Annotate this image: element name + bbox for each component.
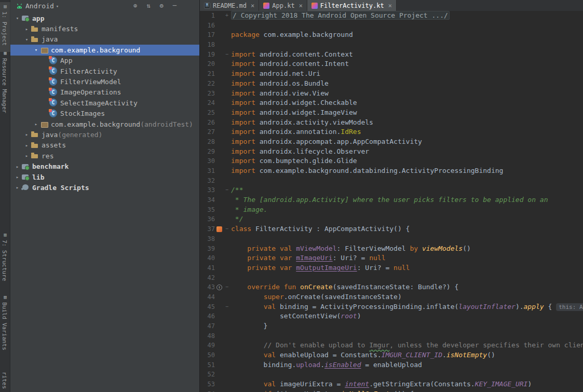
code-line-42[interactable]: 42 bbox=[200, 273, 583, 283]
code-line-35[interactable]: 35 * image. bbox=[200, 205, 583, 215]
tree-item-benchmark[interactable]: ▸benchmark bbox=[10, 161, 199, 171]
fold-marker-icon[interactable]: − bbox=[224, 282, 230, 292]
token: com.bumptech.glide.Glide bbox=[255, 157, 357, 165]
tab-app-kt[interactable]: App.kt× bbox=[259, 0, 307, 11]
stripe-button-7-structure[interactable]: ▥7: Structure bbox=[0, 231, 10, 239]
chevron-right-icon[interactable]: ▸ bbox=[23, 153, 31, 158]
code-line-48[interactable]: 48 bbox=[200, 331, 583, 341]
code-line-27[interactable]: 27import androidx.annotation.IdRes bbox=[200, 127, 583, 137]
tree-item-app[interactable]: App bbox=[10, 56, 199, 66]
chevron-down-icon[interactable]: ▾ bbox=[56, 4, 59, 9]
stripe-button-1-project[interactable]: ▤1: Project bbox=[0, 2, 10, 52]
tree-item-lib[interactable]: ▸lib bbox=[10, 172, 199, 182]
code-line-36[interactable]: 36 */ bbox=[200, 214, 583, 224]
fold-marker-icon[interactable]: + bbox=[224, 11, 230, 21]
code-line-25[interactable]: 25import android.widget.ImageView bbox=[200, 108, 583, 118]
overrides-method-gutter-icon[interactable]: ↑ bbox=[216, 285, 222, 290]
tab-readme-md[interactable]: MREADME.md× bbox=[200, 0, 259, 11]
fold-marker-icon[interactable]: − bbox=[224, 185, 230, 195]
code-line-29[interactable]: 29import androidx.lifecycle.Observer bbox=[200, 147, 583, 157]
code-line-40[interactable]: 40 private var mImageUri: Uri? = null bbox=[200, 253, 583, 263]
code-line-52[interactable]: 52 bbox=[200, 370, 583, 380]
collapse-all-icon[interactable]: ⇅ bbox=[146, 1, 150, 11]
stripe-button-resource-manager[interactable]: ▦Resource Manager bbox=[0, 49, 10, 57]
token: android.widget.ImageView bbox=[255, 109, 357, 116]
chevron-down-icon[interactable]: ▾ bbox=[32, 47, 40, 52]
chevron-down-icon[interactable]: ▾ bbox=[23, 37, 31, 42]
tree-item-filterviewmodel[interactable]: FilterViewModel bbox=[10, 76, 199, 87]
code-line-50[interactable]: 50 val enableUpload = Constants.IMGUR_CL… bbox=[200, 350, 583, 360]
fold-spacer bbox=[224, 234, 230, 244]
code-line-26[interactable]: 26import androidx.activity.viewModels bbox=[200, 118, 583, 128]
hide-panel-icon[interactable]: ─ bbox=[173, 1, 177, 11]
close-tab-icon[interactable]: × bbox=[388, 2, 392, 9]
code-line-16[interactable]: 16 bbox=[200, 21, 583, 31]
settings-icon[interactable]: ⚙ bbox=[160, 1, 164, 11]
code-line-51[interactable]: 51 binding.upload.isEnabled = enableUplo… bbox=[200, 360, 583, 370]
code-line-49[interactable]: 49 // Don't enable upload to Imgur, unle… bbox=[200, 341, 583, 350]
folder-icon bbox=[31, 35, 39, 44]
code-line-47[interactable]: 47 } bbox=[200, 321, 583, 331]
tree-item-gradle-scripts[interactable]: ▸Gradle Scripts bbox=[10, 182, 199, 193]
project-view-selector[interactable]: Android bbox=[25, 2, 54, 10]
tab-filteractivity-kt[interactable]: FilterActivity.kt× bbox=[307, 0, 397, 11]
code-line-17[interactable]: 17package com.example.background bbox=[200, 30, 583, 40]
code-line-28[interactable]: 28import androidx.appcompat.app.AppCompa… bbox=[200, 137, 583, 147]
tree-item-imageoperations[interactable]: ImageOperations bbox=[10, 87, 199, 98]
fold-marker-icon[interactable]: − bbox=[224, 50, 230, 60]
chevron-down-icon[interactable]: ▾ bbox=[13, 16, 21, 21]
code-line-44[interactable]: 44 super.onCreate(savedInstanceState) bbox=[200, 292, 583, 302]
folder-icon bbox=[31, 25, 39, 33]
tree-item-com-example-background-androidtest[interactable]: ▸com.example.background (androidTest) bbox=[10, 119, 199, 129]
chevron-right-icon[interactable]: ▸ bbox=[23, 26, 31, 32]
code-line-34[interactable]: 34 * The [android.app.Activity] where th… bbox=[200, 195, 583, 205]
tree-item-selectimageactivity[interactable]: SelectImageActivity bbox=[10, 98, 199, 108]
code-line-18[interactable]: 18 bbox=[200, 40, 583, 50]
code-line-54[interactable]: 54 if (!imageUriExtra.isNullOrEmpty()) { bbox=[200, 389, 583, 392]
code-line-31[interactable]: 31import com.example.background.databind… bbox=[200, 166, 583, 176]
code-line-21[interactable]: 21import android.net.Uri bbox=[200, 69, 583, 79]
tree-item-java-generated[interactable]: ▸java (generated) bbox=[10, 129, 199, 140]
tree-item-stockimages[interactable]: StockImages bbox=[10, 109, 199, 119]
close-tab-icon[interactable]: × bbox=[251, 2, 254, 9]
code-line-33[interactable]: 33−/** bbox=[200, 185, 583, 195]
tree-item-app[interactable]: ▾app bbox=[10, 13, 199, 23]
fold-marker-icon[interactable]: − bbox=[224, 302, 230, 312]
code-line-53[interactable]: 53 val imageUriExtra = intent.getStringE… bbox=[200, 380, 583, 389]
code-line-19[interactable]: 19−import android.content.Context bbox=[200, 50, 583, 60]
chevron-right-icon[interactable]: ▸ bbox=[32, 121, 40, 127]
code-text: import android.net.Uri bbox=[231, 69, 320, 79]
chevron-right-icon[interactable]: ▸ bbox=[13, 185, 21, 190]
code-line-20[interactable]: 20import android.content.Intent bbox=[200, 59, 583, 69]
tree-item-res[interactable]: ▸res bbox=[10, 151, 199, 161]
tree-item-assets[interactable]: ▸assets bbox=[10, 140, 199, 151]
code-line-37[interactable]: 37−class FilterActivity : AppCompatActiv… bbox=[200, 224, 583, 234]
locate-file-icon[interactable]: ⊕ bbox=[133, 1, 137, 11]
chevron-right-icon[interactable]: ▸ bbox=[23, 132, 31, 137]
chevron-right-icon[interactable]: ▸ bbox=[23, 143, 31, 148]
chevron-right-icon[interactable]: ▸ bbox=[13, 164, 21, 169]
structure-icon: ▥ bbox=[0, 231, 10, 239]
code-line-24[interactable]: 24import android.widget.Checkable bbox=[200, 98, 583, 108]
android-class-gutter-icon[interactable] bbox=[216, 226, 222, 232]
chevron-right-icon[interactable]: ▸ bbox=[13, 174, 21, 180]
tree-item-manifests[interactable]: ▸manifests bbox=[10, 23, 199, 34]
code-line-23[interactable]: 23import android.view.View bbox=[200, 89, 583, 99]
gutter: 38 bbox=[200, 234, 231, 244]
code-line-43[interactable]: 43↑− override fun onCreate(savedInstance… bbox=[200, 282, 583, 292]
code-line-30[interactable]: 30import com.bumptech.glide.Glide bbox=[200, 156, 583, 166]
stripe-button-build-variants[interactable]: ▧Build Variants bbox=[0, 293, 10, 301]
code-line-1[interactable]: 1+/ Copyright 2018 The Android Open Sour… bbox=[200, 11, 583, 21]
code-line-45[interactable]: 45− val binding = ActivityProcessingBind… bbox=[200, 302, 583, 312]
code-line-39[interactable]: 39 private val mViewModel: FilterViewMod… bbox=[200, 244, 583, 254]
tree-item-com-example-background[interactable]: ▾com.example.background bbox=[10, 45, 199, 55]
code-line-22[interactable]: 22import android.os.Bundle bbox=[200, 79, 583, 89]
code-line-32[interactable]: 32 bbox=[200, 176, 583, 186]
code-line-46[interactable]: 46 setContentView(root) bbox=[200, 312, 583, 321]
tree-item-java[interactable]: ▾java bbox=[10, 34, 199, 45]
code-line-38[interactable]: 38 bbox=[200, 234, 583, 244]
close-tab-icon[interactable]: × bbox=[299, 2, 303, 9]
tree-item-filteractivity[interactable]: FilterActivity bbox=[10, 66, 199, 76]
code-line-41[interactable]: 41 private var mOutputImageUri: Uri? = n… bbox=[200, 263, 583, 273]
fold-marker-icon[interactable]: − bbox=[224, 224, 230, 234]
